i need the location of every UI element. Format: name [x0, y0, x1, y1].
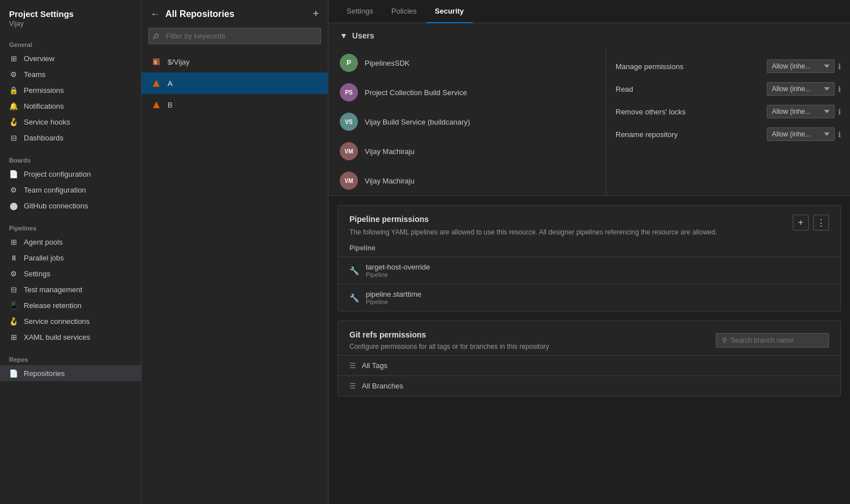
- sidebar-item-agent-pools[interactable]: ⊞ Agent pools: [0, 234, 141, 250]
- user-row-pipelines-sdk[interactable]: P PipelinesSDK: [328, 48, 606, 78]
- chevron-down-icon: ▼: [340, 31, 348, 40]
- user-name-project-collection: Project Collection Build Service: [365, 88, 467, 97]
- pipeline-item-icon-2: 🔧: [349, 293, 359, 302]
- lock-icon: 🔒: [9, 86, 18, 95]
- pipeline-item-info-2: pipeline.starttime Pipeline: [366, 290, 421, 305]
- sidebar-item-label-permissions: Permissions: [24, 86, 64, 95]
- info-icon-manage[interactable]: ℹ: [838, 62, 841, 71]
- sidebar-item-service-connections[interactable]: 🪝 Service connections: [0, 313, 141, 329]
- gitrefs-search-wrapper: ⚲: [716, 333, 829, 348]
- tab-settings[interactable]: Settings: [338, 0, 382, 23]
- bell-icon: 🔔: [9, 101, 18, 110]
- search-input[interactable]: [148, 28, 321, 44]
- permission-select-wrapper-read: Allow (inhe... ℹ: [767, 82, 841, 96]
- sidebar-item-label-parallel-jobs: Parallel jobs: [24, 254, 64, 262]
- sidebar-item-overview[interactable]: ⊞ Overview: [0, 50, 141, 66]
- gitrefs-section: Git refs permissions Configure permissio…: [338, 321, 841, 396]
- mid-panel-header: ← All Repositories +: [142, 0, 328, 28]
- pipeline-more-button[interactable]: ⋮: [813, 215, 829, 230]
- pipeline-item-name-1: target-host-override: [366, 263, 430, 271]
- add-repo-button[interactable]: +: [313, 8, 319, 20]
- permission-select-rename-repo[interactable]: Allow (inhe...: [767, 127, 835, 141]
- info-icon-remove-locks[interactable]: ℹ: [838, 108, 841, 116]
- repo-item-a[interactable]: A: [142, 72, 328, 94]
- user-name-vijay-machiraju-2: Vijay Machiraju: [365, 177, 415, 185]
- teams-icon: ⚙: [9, 70, 18, 79]
- search-wrapper: [148, 28, 321, 44]
- sidebar-item-service-hooks[interactable]: 🪝 Service hooks: [0, 114, 141, 130]
- permission-label-read: Read: [616, 85, 761, 93]
- pipeline-item-name-2: pipeline.starttime: [366, 290, 421, 298]
- repo-icon: 📄: [9, 369, 18, 378]
- users-section-title: Users: [352, 31, 374, 40]
- user-name-vijay-build: Vijay Build Service (buildcanary): [365, 118, 470, 126]
- pipeline-actions: + ⋮: [793, 215, 829, 230]
- user-row-vijay-machiraju-2[interactable]: VM Vijay Machiraju: [328, 166, 606, 195]
- sidebar-item-label-teams: Teams: [24, 70, 45, 79]
- sidebar-item-label-dashboards: Dashboards: [24, 134, 63, 142]
- gitrefs-item-all-branches[interactable]: ☰ All Branches: [338, 375, 840, 396]
- sidebar-title: Project Settings: [9, 9, 132, 19]
- permission-row-manage: Manage permissions Allow (inhe... ℹ: [616, 55, 841, 78]
- sidebar-item-github-connections[interactable]: ⬤ GitHub connections: [0, 198, 141, 213]
- sidebar-section-label-pipelines: Pipelines: [0, 223, 141, 234]
- sidebar-item-test-management[interactable]: ⊟ Test management: [0, 281, 141, 297]
- sidebar-item-xaml-build[interactable]: ⊞ XAML build services: [0, 329, 141, 345]
- mid-search-container: [148, 28, 321, 44]
- user-row-vijay-build[interactable]: VS Vijay Build Service (buildcanary): [328, 107, 606, 136]
- sidebar-item-team-config[interactable]: ⚙ Team configuration: [0, 182, 141, 198]
- tab-policies[interactable]: Policies: [382, 0, 426, 23]
- pipeline-item-info-1: target-host-override Pipeline: [366, 263, 430, 278]
- sidebar-item-label-settings: Settings: [24, 270, 50, 278]
- tab-security[interactable]: Security: [426, 0, 473, 23]
- permission-select-remove-locks[interactable]: Allow (inhe...: [767, 105, 835, 118]
- tabs-bar: Settings Policies Security: [328, 0, 850, 23]
- pipeline-item-target-host-override[interactable]: 🔧 target-host-override Pipeline: [338, 257, 840, 284]
- mid-panel: ← All Repositories + $ $/Vijay A: [142, 0, 328, 504]
- users-section-header[interactable]: ▼ Users: [328, 23, 850, 48]
- sidebar-item-notifications[interactable]: 🔔 Notifications: [0, 98, 141, 114]
- info-icon-read[interactable]: ℹ: [838, 85, 841, 93]
- users-list: P PipelinesSDK PS Project Collection Bui…: [328, 48, 606, 195]
- doc-icon: 📄: [9, 169, 18, 178]
- sidebar-item-repositories[interactable]: 📄 Repositories: [0, 365, 141, 381]
- repo-item-dollar-vijay[interactable]: $ $/Vijay: [142, 51, 328, 72]
- agent-icon: ⊞: [9, 237, 18, 246]
- pipeline-add-button[interactable]: +: [793, 215, 809, 230]
- sidebar-item-parallel-jobs[interactable]: ⏸ Parallel jobs: [0, 250, 141, 266]
- sidebar-item-teams[interactable]: ⚙ Teams: [0, 66, 141, 82]
- gitrefs-item-all-tags[interactable]: ☰ All Tags: [338, 355, 840, 375]
- pipeline-desc: The following YAML pipelines are allowed…: [349, 227, 787, 237]
- permission-select-read[interactable]: Allow (inhe...: [767, 82, 835, 96]
- user-row-project-collection[interactable]: PS Project Collection Build Service: [328, 78, 606, 107]
- permission-select-manage[interactable]: Allow (inhe...: [767, 59, 835, 73]
- gitrefs-search-input[interactable]: [731, 336, 815, 344]
- sidebar-section-label-general: General: [0, 39, 141, 50]
- sidebar-item-settings[interactable]: ⚙ Settings: [0, 266, 141, 281]
- hook-icon: 🪝: [9, 117, 18, 126]
- sidebar-item-release-retention[interactable]: 📱 Release retention: [0, 297, 141, 313]
- git-repo-b-icon: [151, 99, 162, 110]
- pipeline-item-pipeline-starttime[interactable]: 🔧 pipeline.starttime Pipeline: [338, 284, 840, 311]
- pipeline-header: Pipeline permissions The following YAML …: [338, 206, 840, 242]
- gear-icon: ⚙: [9, 269, 18, 278]
- repo-item-label-b: B: [168, 101, 173, 109]
- parallel-icon: ⏸: [9, 253, 18, 262]
- sidebar-item-project-config[interactable]: 📄 Project configuration: [0, 166, 141, 182]
- sidebar-item-label-test-management: Test management: [24, 285, 82, 294]
- repo-item-label-a: A: [168, 79, 173, 88]
- permission-select-wrapper-remove-locks: Allow (inhe... ℹ: [767, 105, 841, 118]
- repo-item-b[interactable]: B: [142, 94, 328, 116]
- build-icon: ⊞: [9, 332, 18, 341]
- gitrefs-desc: Configure permissions for all tags or fo…: [349, 343, 716, 351]
- sidebar-item-permissions[interactable]: 🔒 Permissions: [0, 82, 141, 98]
- gitrefs-item-icon-branches: ☰: [349, 382, 356, 390]
- user-avatar-project-collection: PS: [340, 83, 358, 101]
- back-button[interactable]: ←: [151, 9, 160, 19]
- github-icon: ⬤: [9, 201, 18, 210]
- sidebar-section-label-repos: Repos: [0, 354, 141, 365]
- sidebar-item-dashboards[interactable]: ⊟ Dashboards: [0, 130, 141, 146]
- info-icon-rename-repo[interactable]: ℹ: [838, 130, 841, 139]
- gitrefs-item-label-all-branches: All Branches: [362, 382, 403, 390]
- user-row-vijay-machiraju-1[interactable]: VM Vijay Machiraju: [328, 136, 606, 166]
